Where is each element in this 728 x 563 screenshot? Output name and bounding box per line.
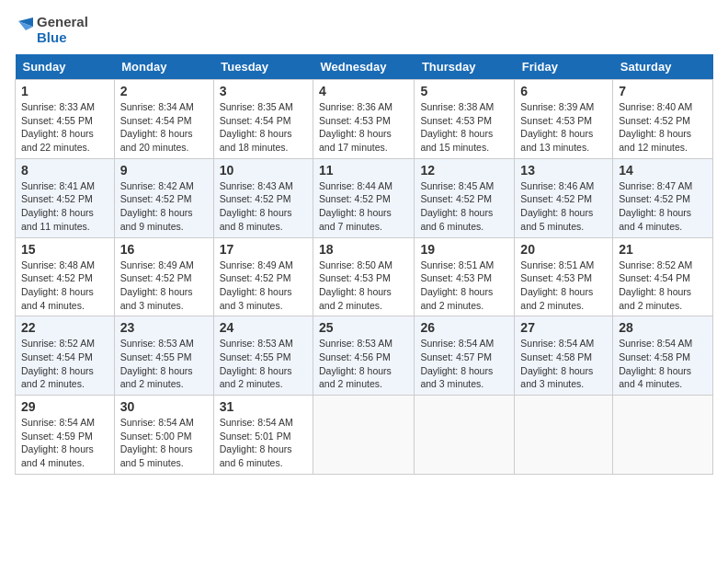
daylight-label: Daylight: 8 hours and 6 minutes. (220, 443, 292, 468)
daylight-label: Daylight: 8 hours and 17 minutes. (319, 128, 392, 153)
sunset-label: Sunset: 4:54 PM (619, 272, 690, 283)
daylight-label: Daylight: 8 hours and 2 minutes. (220, 365, 292, 390)
calendar-week-4: 22 Sunrise: 8:52 AM Sunset: 4:54 PM Dayl… (16, 316, 713, 396)
day-number: 19 (420, 242, 508, 257)
calendar-cell: 4 Sunrise: 8:36 AM Sunset: 4:53 PM Dayli… (313, 80, 415, 159)
sunset-label: Sunset: 4:52 PM (619, 115, 690, 126)
day-number: 24 (220, 320, 307, 335)
daylight-label: Daylight: 8 hours and 4 minutes. (21, 286, 94, 311)
calendar-table: SundayMondayTuesdayWednesdayThursdayFrid… (15, 54, 713, 475)
daylight-label: Daylight: 8 hours and 2 minutes. (319, 365, 392, 390)
sunrise-label: Sunrise: 8:42 AM (120, 180, 194, 191)
sunrise-label: Sunrise: 8:47 AM (619, 180, 692, 191)
calendar-cell: 19 Sunrise: 8:51 AM Sunset: 4:53 PM Dayl… (415, 237, 515, 316)
sunrise-label: Sunrise: 8:52 AM (21, 338, 95, 349)
calendar-cell: 25 Sunrise: 8:53 AM Sunset: 4:56 PM Dayl… (313, 316, 415, 396)
day-info: Sunrise: 8:39 AM Sunset: 4:53 PM Dayligh… (520, 100, 607, 155)
page-header: General Blue (15, 15, 713, 45)
sunrise-label: Sunrise: 8:54 AM (420, 338, 494, 349)
sunrise-label: Sunrise: 8:36 AM (319, 101, 392, 112)
sunrise-label: Sunrise: 8:51 AM (520, 259, 594, 270)
sunset-label: Sunset: 4:52 PM (120, 193, 192, 204)
sunset-label: Sunset: 4:52 PM (21, 193, 93, 204)
sunset-label: Sunset: 4:52 PM (220, 272, 291, 283)
day-number: 18 (319, 242, 408, 257)
sunset-label: Sunset: 4:52 PM (319, 193, 391, 204)
weekday-header-row: SundayMondayTuesdayWednesdayThursdayFrid… (16, 54, 713, 80)
sunrise-label: Sunrise: 8:49 AM (220, 259, 293, 270)
sunrise-label: Sunrise: 8:35 AM (220, 101, 293, 112)
calendar-cell: 3 Sunrise: 8:35 AM Sunset: 4:54 PM Dayli… (213, 80, 313, 159)
calendar-cell: 10 Sunrise: 8:43 AM Sunset: 4:52 PM Dayl… (213, 158, 313, 237)
sunset-label: Sunset: 4:58 PM (619, 351, 690, 362)
daylight-label: Daylight: 8 hours and 13 minutes. (520, 128, 593, 153)
sunrise-label: Sunrise: 8:38 AM (420, 101, 494, 112)
sunrise-label: Sunrise: 8:54 AM (120, 417, 194, 428)
day-info: Sunrise: 8:54 AM Sunset: 4:58 PM Dayligh… (520, 337, 607, 391)
weekday-header-tuesday: Tuesday (213, 54, 313, 80)
calendar-week-1: 1 Sunrise: 8:33 AM Sunset: 4:55 PM Dayli… (16, 80, 713, 159)
calendar-cell: 29 Sunrise: 8:54 AM Sunset: 4:59 PM Dayl… (16, 396, 115, 475)
daylight-label: Daylight: 8 hours and 18 minutes. (220, 128, 292, 153)
sunrise-label: Sunrise: 8:51 AM (420, 259, 494, 270)
day-info: Sunrise: 8:35 AM Sunset: 4:54 PM Dayligh… (220, 100, 307, 155)
day-info: Sunrise: 8:44 AM Sunset: 4:52 PM Dayligh… (319, 179, 408, 234)
sunrise-label: Sunrise: 8:53 AM (120, 338, 194, 349)
day-number: 8 (21, 163, 108, 178)
day-number: 31 (220, 399, 307, 414)
day-number: 10 (220, 163, 307, 178)
sunset-label: Sunset: 4:55 PM (21, 115, 93, 126)
daylight-label: Daylight: 8 hours and 2 minutes. (21, 365, 94, 390)
daylight-label: Daylight: 8 hours and 2 minutes. (520, 286, 593, 311)
calendar-cell: 1 Sunrise: 8:33 AM Sunset: 4:55 PM Dayli… (16, 80, 115, 159)
day-number: 2 (120, 84, 208, 98)
day-info: Sunrise: 8:54 AM Sunset: 4:59 PM Dayligh… (21, 416, 108, 470)
daylight-label: Daylight: 8 hours and 3 minutes. (120, 286, 193, 311)
calendar-cell (415, 396, 515, 475)
calendar-cell: 17 Sunrise: 8:49 AM Sunset: 4:52 PM Dayl… (213, 237, 313, 316)
calendar-cell: 27 Sunrise: 8:54 AM Sunset: 4:58 PM Dayl… (515, 316, 613, 396)
day-info: Sunrise: 8:53 AM Sunset: 4:55 PM Dayligh… (220, 337, 307, 391)
calendar-cell: 2 Sunrise: 8:34 AM Sunset: 4:54 PM Dayli… (114, 80, 213, 159)
daylight-label: Daylight: 8 hours and 11 minutes. (21, 207, 94, 232)
daylight-label: Daylight: 8 hours and 8 minutes. (220, 207, 292, 232)
sunset-label: Sunset: 4:55 PM (120, 351, 192, 362)
calendar-cell: 8 Sunrise: 8:41 AM Sunset: 4:52 PM Dayli… (16, 158, 115, 237)
day-info: Sunrise: 8:51 AM Sunset: 4:53 PM Dayligh… (420, 259, 508, 313)
calendar-cell: 21 Sunrise: 8:52 AM Sunset: 4:54 PM Dayl… (613, 237, 713, 316)
day-number: 7 (619, 84, 707, 98)
sunrise-label: Sunrise: 8:40 AM (619, 101, 692, 112)
calendar-cell: 23 Sunrise: 8:53 AM Sunset: 4:55 PM Dayl… (114, 316, 213, 396)
calendar-week-2: 8 Sunrise: 8:41 AM Sunset: 4:52 PM Dayli… (16, 158, 713, 237)
day-info: Sunrise: 8:48 AM Sunset: 4:52 PM Dayligh… (21, 259, 108, 313)
day-info: Sunrise: 8:50 AM Sunset: 4:53 PM Dayligh… (319, 259, 408, 313)
day-number: 26 (420, 320, 508, 335)
logo-general-text: General (37, 15, 88, 30)
sunset-label: Sunset: 5:01 PM (220, 431, 291, 442)
daylight-label: Daylight: 8 hours and 3 minutes. (520, 365, 593, 390)
sunset-label: Sunset: 4:54 PM (21, 351, 93, 362)
calendar-cell: 9 Sunrise: 8:42 AM Sunset: 4:52 PM Dayli… (114, 158, 213, 237)
sunset-label: Sunset: 4:59 PM (21, 431, 93, 442)
calendar-cell: 20 Sunrise: 8:51 AM Sunset: 4:53 PM Dayl… (515, 237, 613, 316)
day-number: 3 (220, 84, 307, 98)
sunrise-label: Sunrise: 8:44 AM (319, 180, 392, 191)
sunset-label: Sunset: 4:55 PM (220, 351, 291, 362)
weekday-header-wednesday: Wednesday (313, 54, 415, 80)
day-info: Sunrise: 8:54 AM Sunset: 4:57 PM Dayligh… (420, 337, 508, 391)
day-number: 20 (520, 242, 607, 257)
sunset-label: Sunset: 4:53 PM (420, 272, 492, 283)
sunrise-label: Sunrise: 8:52 AM (619, 259, 692, 270)
day-info: Sunrise: 8:46 AM Sunset: 4:52 PM Dayligh… (520, 179, 607, 234)
logo: General Blue (15, 15, 88, 45)
sunset-label: Sunset: 4:58 PM (520, 351, 592, 362)
day-info: Sunrise: 8:53 AM Sunset: 4:55 PM Dayligh… (120, 337, 208, 391)
weekday-header-saturday: Saturday (613, 54, 713, 80)
sunrise-label: Sunrise: 8:48 AM (21, 259, 95, 270)
sunset-label: Sunset: 4:52 PM (220, 193, 291, 204)
sunrise-label: Sunrise: 8:43 AM (220, 180, 293, 191)
day-info: Sunrise: 8:33 AM Sunset: 4:55 PM Dayligh… (21, 100, 108, 155)
calendar-cell: 11 Sunrise: 8:44 AM Sunset: 4:52 PM Dayl… (313, 158, 415, 237)
weekday-header-friday: Friday (515, 54, 613, 80)
sunrise-label: Sunrise: 8:41 AM (21, 180, 95, 191)
